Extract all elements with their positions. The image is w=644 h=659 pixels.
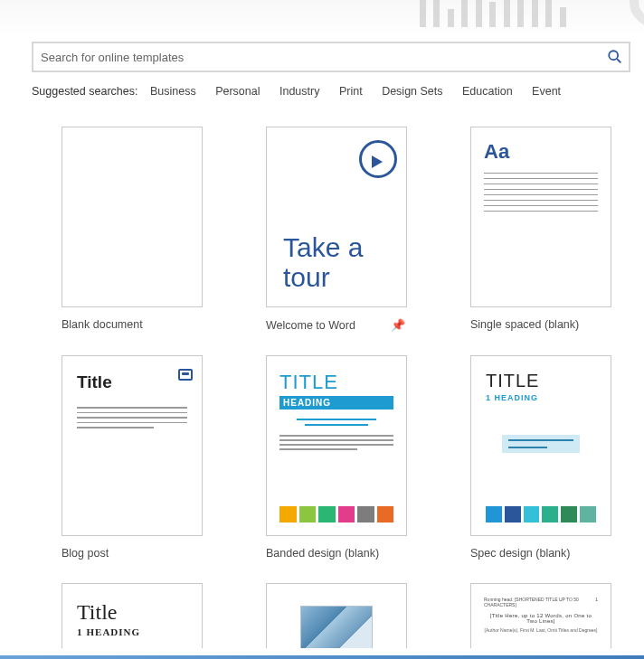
- template-blog-post[interactable]: Title Blog post: [62, 355, 203, 560]
- color-swatches: [279, 506, 393, 522]
- template-label: Welcome to Word: [266, 319, 355, 332]
- template-photo-document[interactable]: [266, 583, 407, 648]
- template-apa-paper[interactable]: Running head: [SHORTENED TITLE UP TO 50 …: [470, 583, 611, 648]
- template-spec-design[interactable]: TITLE 1 HEADING Spec design (blank): [470, 355, 611, 560]
- header-decoration: [418, 0, 644, 36]
- template-thumb: Title 1HEADING: [62, 583, 203, 648]
- template-banded-design[interactable]: TITLE HEADING Banded: [266, 355, 407, 560]
- suggested-link-education[interactable]: Education: [462, 85, 513, 98]
- thumb-title: Title: [77, 600, 187, 625]
- template-label: Single spaced (blank): [470, 318, 579, 331]
- search-box[interactable]: [32, 42, 630, 72]
- suggested-label: Suggested searches:: [32, 85, 137, 98]
- suggested-link-industry[interactable]: Industry: [279, 85, 319, 98]
- svg-line-1: [617, 59, 620, 62]
- template-thumb: Title: [62, 355, 203, 536]
- thumb-heading: HEADING: [279, 396, 393, 410]
- template-thumb: Aa: [470, 127, 611, 307]
- photo-placeholder: [300, 606, 373, 648]
- thumb-heading: 1HEADING: [77, 626, 187, 637]
- search-input[interactable]: [33, 43, 598, 71]
- page-number: 1: [595, 597, 598, 607]
- template-grid: Blank document Take a tour Welcome to Wo…: [62, 127, 644, 648]
- color-swatches: [486, 506, 596, 522]
- thumb-title: TITLE: [279, 371, 393, 394]
- template-thumb: Take a tour: [266, 127, 407, 307]
- template-thumb: [62, 127, 203, 307]
- paper-title: [Title Here, up to 12 Words, on One to T…: [484, 613, 598, 624]
- suggested-link-print[interactable]: Print: [339, 85, 363, 98]
- template-thumb: TITLE 1 HEADING: [470, 355, 611, 536]
- suggested-searches: Suggested searches: Business Personal In…: [32, 85, 630, 98]
- window-bottom-edge: [0, 655, 644, 659]
- window-icon: [178, 369, 193, 381]
- template-label: Blog post: [62, 547, 109, 560]
- template-label: Spec design (blank): [470, 547, 570, 560]
- template-thumb: TITLE HEADING: [266, 355, 407, 536]
- template-blank-document[interactable]: Blank document: [62, 127, 203, 332]
- thumb-heading: 1 HEADING: [486, 393, 596, 402]
- template-single-spaced[interactable]: Aa Single spaced (blank): [470, 127, 611, 332]
- template-thumb: Running head: [SHORTENED TITLE UP TO 50 …: [470, 583, 611, 648]
- pin-icon[interactable]: 📌: [391, 318, 407, 332]
- suggested-link-business[interactable]: Business: [150, 85, 196, 98]
- paper-author: [Author Name(s), First M. Last, Omit Tit…: [484, 627, 598, 633]
- running-head: Running head: [SHORTENED TITLE UP TO 50 …: [484, 597, 595, 607]
- tour-text: Take a tour: [283, 232, 406, 292]
- search-icon[interactable]: [607, 49, 623, 65]
- suggested-link-personal[interactable]: Personal: [215, 85, 260, 98]
- arrow-circle-icon: [359, 140, 397, 178]
- template-label: Banded design (blank): [266, 547, 379, 560]
- thumb-title: TITLE: [486, 371, 596, 391]
- suggested-link-event[interactable]: Event: [532, 85, 561, 98]
- aa-sample: Aa: [484, 140, 598, 164]
- template-thumb: [266, 583, 407, 648]
- template-label: Blank document: [62, 318, 143, 331]
- suggested-link-designsets[interactable]: Design Sets: [382, 85, 442, 98]
- thumb-title: Title: [77, 372, 187, 392]
- template-welcome-to-word[interactable]: Take a tour Welcome to Word 📌: [266, 127, 407, 332]
- template-report-design[interactable]: Title 1HEADING: [62, 583, 203, 648]
- svg-point-0: [609, 51, 618, 60]
